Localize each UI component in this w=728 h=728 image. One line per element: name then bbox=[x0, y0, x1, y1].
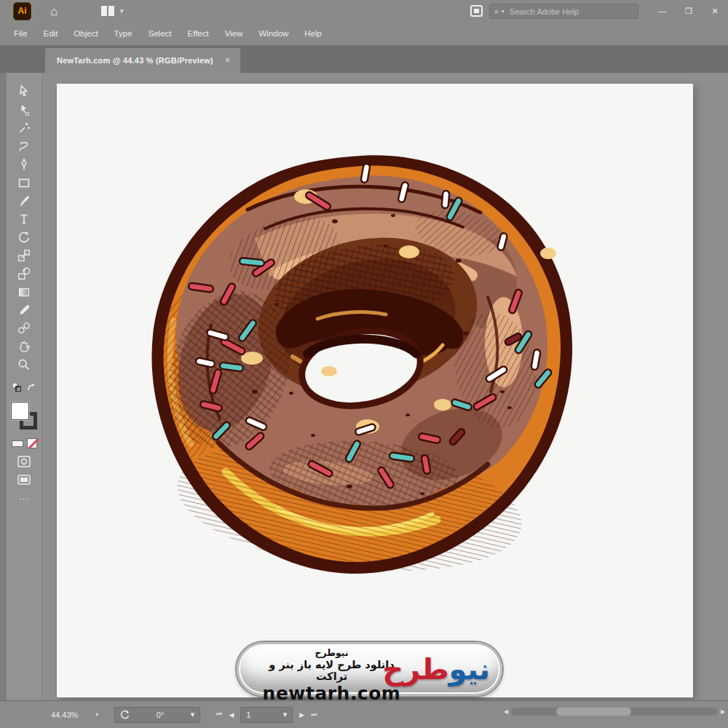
search-input[interactable] bbox=[510, 7, 619, 16]
document-tab[interactable]: NewTarh.com @ 44.43 % (RGB/Preview) × bbox=[45, 48, 240, 73]
cream-spot bbox=[540, 248, 556, 259]
search-icon: ⌕ bbox=[494, 7, 499, 16]
cream-spot bbox=[399, 245, 419, 258]
fill-swatch[interactable] bbox=[11, 402, 29, 420]
magic-wand-tool[interactable] bbox=[14, 119, 34, 137]
menu-effect[interactable]: Effect bbox=[180, 22, 217, 45]
color-button[interactable] bbox=[12, 440, 23, 447]
gradient-tool[interactable] bbox=[14, 283, 34, 301]
chocolate-speck bbox=[500, 390, 505, 393]
zoom-tool[interactable] bbox=[14, 356, 34, 373]
type-tool[interactable] bbox=[14, 210, 34, 228]
chevron-down-icon: ▾ bbox=[95, 711, 98, 718]
menu-object[interactable]: Object bbox=[66, 22, 106, 45]
sprinkle-white bbox=[441, 191, 449, 209]
menu-help[interactable]: Help bbox=[296, 22, 330, 45]
swap-fill-stroke-icon[interactable] bbox=[27, 381, 36, 395]
chocolate-speck bbox=[347, 484, 352, 488]
gpu-performance-icon[interactable] bbox=[470, 5, 483, 20]
arrange-documents-icon[interactable]: ▼ bbox=[101, 6, 124, 16]
chocolate-speck bbox=[384, 245, 388, 248]
hand-tool[interactable] bbox=[14, 338, 34, 355]
hand-tool-icon bbox=[16, 339, 32, 355]
close-button[interactable]: ✕ bbox=[702, 0, 728, 22]
watermark-logo-blue: نیو bbox=[449, 652, 490, 686]
selection-tool[interactable] bbox=[14, 83, 34, 100]
previous-artboard-button[interactable]: ◀ bbox=[229, 711, 234, 719]
menu-window[interactable]: Window bbox=[250, 22, 296, 45]
menu-select[interactable]: Select bbox=[141, 22, 180, 45]
fill-stroke-swatches bbox=[9, 400, 39, 432]
zoom-level-dropdown[interactable]: 44.43% ▾ bbox=[51, 711, 98, 719]
pen-tool-icon bbox=[16, 157, 32, 173]
menu-file[interactable]: File bbox=[6, 22, 36, 45]
menu-edit[interactable]: Edit bbox=[36, 22, 66, 45]
search-scope-chevron-icon: ▼ bbox=[500, 9, 505, 14]
chocolate-speck bbox=[420, 492, 424, 495]
donut-illustration[interactable] bbox=[146, 151, 577, 579]
artboard-navigation: ⏮ ◀ 1 ▾ ▶ ⏭ bbox=[216, 707, 317, 723]
rotate-view-dropdown[interactable]: 0° ▾ bbox=[114, 707, 200, 723]
home-icon[interactable]: ⌂ bbox=[50, 5, 58, 17]
chocolate-speck bbox=[274, 303, 279, 306]
scale-tool[interactable] bbox=[14, 247, 34, 264]
menu-type[interactable]: Type bbox=[106, 22, 141, 45]
horizontal-scrollbar[interactable]: ◀ ▶ bbox=[501, 707, 728, 716]
screen-mode-button[interactable] bbox=[16, 475, 32, 485]
scroll-left-icon[interactable]: ◀ bbox=[501, 708, 511, 715]
rotate-tool[interactable] bbox=[14, 229, 34, 246]
rectangle-tool[interactable] bbox=[14, 174, 34, 191]
last-artboard-button[interactable]: ⏭ bbox=[311, 711, 317, 719]
magic-wand-tool-icon bbox=[16, 120, 32, 136]
chocolate-speck bbox=[289, 392, 293, 395]
chocolate-speck bbox=[405, 414, 410, 416]
scrollbar-track[interactable] bbox=[511, 708, 718, 716]
next-artboard-button[interactable]: ▶ bbox=[299, 711, 304, 719]
search-box[interactable]: ⌕ ▼ bbox=[489, 4, 638, 19]
title-bar: Ai ⌂ ▼ ⌕ ▼ — ❐ ✕ bbox=[0, 0, 728, 22]
default-fill-stroke-icon[interactable] bbox=[12, 381, 21, 395]
paintbrush-tool-icon bbox=[16, 193, 32, 209]
scroll-right-icon[interactable]: ▶ bbox=[718, 708, 728, 715]
window-left-edge bbox=[0, 73, 7, 700]
maximize-button[interactable]: ❐ bbox=[676, 0, 702, 22]
chevron-down-icon: ▾ bbox=[191, 710, 195, 719]
edit-toolbar-ellipsis[interactable]: ··· bbox=[7, 494, 41, 504]
chevron-down-icon: ▼ bbox=[119, 8, 124, 15]
rectangle-tool-icon bbox=[16, 175, 32, 191]
paintbrush-tool[interactable] bbox=[14, 192, 34, 210]
scrollbar-thumb[interactable] bbox=[556, 708, 630, 716]
first-artboard-button[interactable]: ⏮ bbox=[216, 711, 222, 719]
tab-close-icon[interactable]: × bbox=[225, 55, 230, 66]
illustrator-app-icon[interactable]: Ai bbox=[13, 2, 31, 20]
direct-selection-tool-icon bbox=[16, 102, 32, 118]
cream-spot bbox=[434, 399, 451, 411]
none-button[interactable] bbox=[27, 438, 37, 448]
lasso-tool[interactable] bbox=[14, 138, 34, 155]
pen-tool[interactable] bbox=[14, 156, 34, 173]
illustrator-window: Ai ⌂ ▼ ⌕ ▼ — ❐ ✕ FileEditObjectTypeSelec… bbox=[0, 0, 728, 728]
direct-selection-tool[interactable] bbox=[14, 101, 34, 119]
shape-builder-tool[interactable] bbox=[14, 265, 34, 282]
rotate-tool-icon bbox=[16, 229, 32, 245]
document-tab-bar: NewTarh.com @ 44.43 % (RGB/Preview) × bbox=[0, 45, 728, 73]
chocolate-speck bbox=[507, 406, 512, 409]
artboard-number-dropdown[interactable]: 1 ▾ bbox=[240, 707, 293, 723]
document-tab-title: NewTarh.com @ 44.43 % (RGB/Preview) bbox=[57, 56, 213, 65]
sprinkle-teal bbox=[240, 258, 265, 267]
canvas-pasteboard[interactable]: نیوطرح دانلود طرح لایه باز بنر و تراکت n… bbox=[42, 73, 728, 700]
menu-view[interactable]: View bbox=[217, 22, 251, 45]
tools-panel: ··· bbox=[7, 73, 42, 700]
zoom-tool-icon bbox=[16, 357, 32, 373]
eyedropper-tool[interactable] bbox=[14, 301, 34, 319]
toolbar-bottom-cluster: ··· bbox=[7, 381, 41, 504]
artboard[interactable]: نیوطرح دانلود طرح لایه باز بنر و تراکت n… bbox=[57, 84, 693, 697]
blend-tool-icon bbox=[16, 320, 32, 336]
eyedropper-tool-icon bbox=[16, 302, 32, 318]
watermark-logo: نیوطرح bbox=[382, 649, 490, 689]
drawing-modes-button[interactable] bbox=[16, 456, 32, 467]
chevron-down-icon: ▾ bbox=[283, 710, 288, 719]
blend-tool[interactable] bbox=[14, 320, 34, 337]
minimize-button[interactable]: — bbox=[649, 0, 676, 22]
chocolate-speck bbox=[463, 331, 469, 336]
